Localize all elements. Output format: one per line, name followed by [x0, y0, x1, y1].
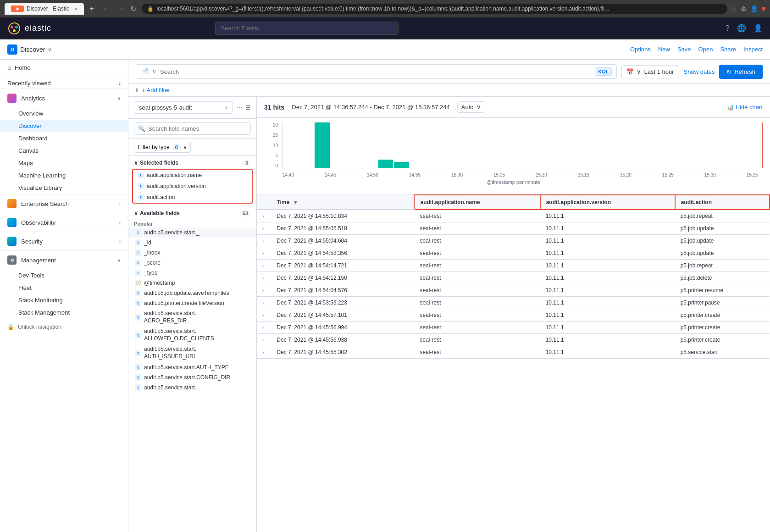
app-name-chevron[interactable]: ∨ — [48, 46, 52, 53]
selected-field-action[interactable]: t audit.action — [133, 192, 252, 203]
global-search[interactable] — [215, 22, 399, 35]
sidebar-item-maps[interactable]: Maps — [0, 157, 128, 169]
field-item-id[interactable]: t _id — [128, 238, 256, 248]
expand-button[interactable]: › — [262, 300, 264, 305]
add-filter-button[interactable]: + Add filter — [142, 87, 170, 94]
sidebar-item-machine-learning[interactable]: Machine Learning — [0, 169, 128, 182]
expand-button[interactable]: › — [262, 226, 264, 231]
open-button[interactable]: Open — [698, 46, 713, 53]
field-item-p5-service-start[interactable]: t audit.p5.service.start._ — [128, 227, 256, 238]
show-dates-button[interactable]: Show dates — [684, 68, 715, 75]
expand-button[interactable]: › — [262, 313, 264, 318]
extensions-icon[interactable]: ⚙ — [741, 5, 747, 12]
expand-button[interactable]: › — [262, 214, 264, 219]
action-column-header[interactable]: audit.action — [675, 195, 770, 210]
share-button[interactable]: Share — [720, 46, 736, 53]
settings-icon[interactable]: ☰ — [245, 104, 251, 111]
expand-button[interactable]: › — [262, 288, 264, 293]
expand-button[interactable]: › — [262, 350, 264, 355]
save-button[interactable]: Save — [677, 46, 691, 53]
kql-badge[interactable]: KQL — [595, 67, 612, 76]
filter-by-type-button[interactable]: Filter by type 0 ∨ — [134, 142, 191, 153]
field-item-acro-res-dir[interactable]: t audit.p5.service.start.ACRO_RES_DIR — [128, 308, 256, 326]
query-dropdown-btn[interactable]: ∨ — [152, 68, 156, 75]
field-item-job-update[interactable]: t audit.p5.job.update.saveTempFiles — [128, 288, 256, 298]
sidebar-home-item[interactable]: ⌂ Home — [0, 60, 128, 76]
global-search-input[interactable] — [215, 22, 399, 35]
field-item-auth-issuer[interactable]: t audit.p5.service.start.AUTH_ISSUER_URL — [128, 344, 256, 362]
user-icon[interactable]: 👤 — [753, 24, 763, 33]
new-tab-button[interactable]: + — [89, 5, 94, 13]
field-item-type[interactable]: t _type — [128, 268, 256, 278]
index-pattern-button[interactable]: seal-plossys-5-audit ∨ — [134, 101, 233, 114]
refresh-button[interactable]: ↻ Refresh — [719, 65, 763, 79]
field-type-badge: t — [138, 183, 144, 189]
sidebar-item-visualize-library[interactable]: Visualize Library — [0, 182, 128, 194]
action-cell: p5.printer.create — [675, 321, 770, 334]
enterprise-search-section-header[interactable]: Enterprise Search › — [0, 194, 128, 213]
time-column-header[interactable]: Time ▼ — [271, 195, 414, 210]
unlock-navigation[interactable]: 🔒 Unlock navigation — [0, 319, 128, 335]
hide-chart-button[interactable]: 📊 Hide chart — [726, 104, 763, 111]
options-icon[interactable]: ⋯ — [237, 104, 243, 111]
app-version-cell: 10.11.1 — [540, 297, 675, 309]
sidebar-item-canvas[interactable]: Canvas — [0, 144, 128, 157]
field-item-printer-create[interactable]: t audit.p5.printer.create.fileVersion — [128, 298, 256, 308]
sidebar-item-overview[interactable]: Overview — [0, 107, 128, 120]
expand-button[interactable]: › — [262, 238, 264, 244]
management-section-header[interactable]: ⚙ Management ∨ — [0, 251, 128, 269]
sidebar-item-dev-tools[interactable]: Dev Tools — [0, 269, 128, 282]
available-fields-section-header[interactable]: ∨ Available fields 63 — [128, 206, 256, 218]
field-item-timestamp[interactable]: 🕐 @timestamp — [128, 278, 256, 288]
new-button[interactable]: New — [658, 46, 670, 53]
field-item-config-dir[interactable]: t audit.p5.service.start.CONFIG_DIR — [128, 372, 256, 382]
query-input-wrap[interactable]: 📄 ∨ KQL — [136, 64, 617, 79]
field-search-input[interactable] — [148, 125, 247, 132]
help-icon[interactable]: ? — [726, 24, 730, 33]
chart-bar[interactable] — [378, 160, 393, 168]
field-item-service-start-misc[interactable]: t audit.p5.service.start. — [128, 382, 256, 393]
expand-button[interactable]: › — [262, 325, 264, 330]
time-picker[interactable]: 📅 ∨ Last 1 hour — [621, 65, 679, 78]
sidebar-item-discover[interactable]: Discover — [0, 120, 128, 132]
globe-icon[interactable]: 🌐 — [737, 24, 746, 33]
field-type-badge: t — [135, 239, 141, 246]
expand-button[interactable]: › — [262, 338, 264, 343]
expand-button[interactable]: › — [262, 263, 264, 268]
selected-fields-section-header[interactable]: ∨ Selected fields 3 — [128, 156, 256, 168]
sidebar-item-stack-monitoring[interactable]: Stack Monitoring — [0, 294, 128, 306]
sidebar-recently-viewed[interactable]: Recently viewed › — [0, 76, 128, 89]
inspect-button[interactable]: Inspect — [743, 46, 763, 53]
sidebar-item-dashboard[interactable]: Dashboard — [0, 132, 128, 144]
filter-type-count: 0 — [172, 144, 181, 150]
analytics-section-header[interactable]: Analytics ∨ — [0, 89, 128, 107]
elastic-logo[interactable]: elastic — [7, 22, 51, 35]
star-icon[interactable]: ☆ — [731, 5, 737, 12]
browser-tab[interactable]: ◉ Discover - Elastic × — [5, 3, 84, 15]
forward-button[interactable]: → — [115, 4, 126, 14]
selected-field-app-name[interactable]: t audit.application.name — [133, 170, 252, 181]
sidebar-item-stack-management[interactable]: Stack Management — [0, 306, 128, 319]
chart-bar[interactable] — [394, 162, 409, 168]
expand-button[interactable]: › — [262, 251, 264, 256]
field-item-allowed-oidc[interactable]: t audit.p5.service.start.ALLOWED_OIDC_CL… — [128, 326, 256, 344]
observability-section-header[interactable]: Observability › — [0, 213, 128, 232]
back-button[interactable]: ← — [101, 4, 112, 14]
search-input[interactable] — [160, 68, 591, 75]
selected-field-app-version[interactable]: t audit.application.version — [133, 181, 252, 192]
app-version-column-header[interactable]: audit.application.version — [540, 195, 675, 210]
auto-select[interactable]: Auto ∨ — [457, 101, 485, 113]
tab-close-button[interactable]: × — [75, 6, 78, 11]
profile-icon[interactable]: 👤 — [750, 5, 758, 12]
field-item-score[interactable]: # _score — [128, 258, 256, 268]
address-bar[interactable]: 🔒 localhost:5601/app/discover#/?_g=(filt… — [142, 4, 727, 14]
expand-button[interactable]: › — [262, 276, 264, 281]
options-button[interactable]: Options — [630, 46, 651, 53]
field-item-index[interactable]: t _index — [128, 248, 256, 258]
app-name-column-header[interactable]: audit.application.name — [414, 195, 540, 210]
refresh-button[interactable]: ↻ — [128, 4, 138, 14]
security-section-header[interactable]: Security › — [0, 232, 128, 250]
chart-bar[interactable] — [315, 122, 330, 168]
field-item-auth-type[interactable]: t audit.p5.service.start.AUTH_TYPE — [128, 362, 256, 372]
sidebar-item-fleet[interactable]: Fleet — [0, 282, 128, 294]
